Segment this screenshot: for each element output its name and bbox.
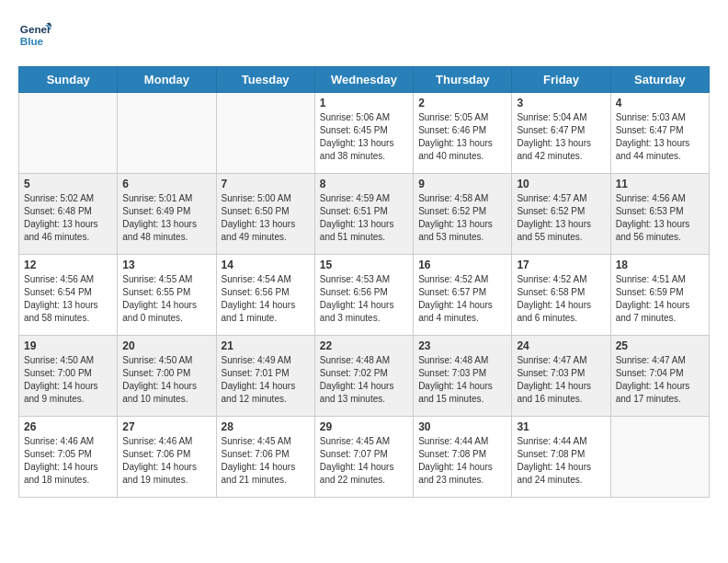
calendar-cell: 28Sunrise: 4:45 AM Sunset: 7:06 PM Dayli… — [216, 417, 314, 498]
calendar-cell: 3Sunrise: 5:04 AM Sunset: 6:47 PM Daylig… — [512, 93, 610, 174]
calendar-cell: 14Sunrise: 4:54 AM Sunset: 6:56 PM Dayli… — [216, 255, 314, 336]
day-number: 15 — [320, 259, 408, 271]
calendar-cell: 8Sunrise: 4:59 AM Sunset: 6:51 PM Daylig… — [314, 174, 413, 255]
day-number: 27 — [122, 420, 210, 433]
day-number: 4 — [616, 97, 704, 109]
day-number: 2 — [418, 97, 506, 109]
day-info: Sunrise: 4:46 AM Sunset: 7:05 PM Dayligh… — [24, 435, 112, 487]
calendar-cell: 24Sunrise: 4:47 AM Sunset: 7:03 PM Dayli… — [512, 336, 610, 417]
svg-text:Blue: Blue — [20, 35, 44, 47]
day-info: Sunrise: 4:47 AM Sunset: 7:04 PM Dayligh… — [616, 354, 704, 406]
day-number: 1 — [320, 97, 408, 109]
calendar-cell: 21Sunrise: 4:49 AM Sunset: 7:01 PM Dayli… — [216, 336, 314, 417]
calendar-cell: 18Sunrise: 4:51 AM Sunset: 6:59 PM Dayli… — [610, 255, 709, 336]
day-number: 11 — [616, 178, 704, 190]
day-info: Sunrise: 4:45 AM Sunset: 7:06 PM Dayligh… — [222, 435, 310, 487]
calendar-cell — [216, 93, 314, 174]
day-info: Sunrise: 4:52 AM Sunset: 6:57 PM Dayligh… — [418, 273, 506, 325]
calendar-cell: 31Sunrise: 4:44 AM Sunset: 7:08 PM Dayli… — [512, 417, 610, 498]
calendar-cell: 2Sunrise: 5:05 AM Sunset: 6:46 PM Daylig… — [414, 93, 512, 174]
calendar-cell: 9Sunrise: 4:58 AM Sunset: 6:52 PM Daylig… — [414, 174, 512, 255]
day-number: 12 — [24, 259, 112, 271]
weekday-header: Friday — [512, 67, 610, 93]
calendar-cell: 1Sunrise: 5:06 AM Sunset: 6:45 PM Daylig… — [314, 93, 413, 174]
calendar-cell: 10Sunrise: 4:57 AM Sunset: 6:52 PM Dayli… — [512, 174, 610, 255]
day-info: Sunrise: 4:46 AM Sunset: 7:06 PM Dayligh… — [122, 435, 210, 487]
calendar-cell — [610, 417, 709, 498]
day-number: 16 — [418, 259, 506, 271]
calendar-cell: 12Sunrise: 4:56 AM Sunset: 6:54 PM Dayli… — [19, 255, 118, 336]
weekday-header: Sunday — [19, 67, 118, 93]
day-info: Sunrise: 4:53 AM Sunset: 6:56 PM Dayligh… — [320, 273, 408, 325]
day-info: Sunrise: 4:51 AM Sunset: 6:59 PM Dayligh… — [616, 273, 704, 325]
calendar-cell: 5Sunrise: 5:02 AM Sunset: 6:48 PM Daylig… — [19, 174, 118, 255]
day-info: Sunrise: 4:58 AM Sunset: 6:52 PM Dayligh… — [418, 192, 506, 244]
day-info: Sunrise: 4:56 AM Sunset: 6:53 PM Dayligh… — [616, 192, 704, 244]
day-info: Sunrise: 4:44 AM Sunset: 7:08 PM Dayligh… — [418, 435, 506, 487]
calendar-cell: 11Sunrise: 4:56 AM Sunset: 6:53 PM Dayli… — [610, 174, 709, 255]
calendar-cell — [19, 93, 118, 174]
day-number: 30 — [418, 420, 506, 433]
calendar-cell: 25Sunrise: 4:47 AM Sunset: 7:04 PM Dayli… — [610, 336, 709, 417]
calendar-week-row: 5Sunrise: 5:02 AM Sunset: 6:48 PM Daylig… — [19, 174, 710, 255]
day-number: 8 — [320, 178, 408, 190]
calendar-cell: 4Sunrise: 5:03 AM Sunset: 6:47 PM Daylig… — [610, 93, 709, 174]
calendar-cell: 20Sunrise: 4:50 AM Sunset: 7:00 PM Dayli… — [118, 336, 216, 417]
logo: General Blue — [18, 18, 57, 52]
day-info: Sunrise: 5:04 AM Sunset: 6:47 PM Dayligh… — [517, 111, 605, 163]
day-info: Sunrise: 4:48 AM Sunset: 7:02 PM Dayligh… — [320, 354, 408, 406]
day-number: 28 — [222, 420, 310, 433]
day-info: Sunrise: 4:45 AM Sunset: 7:07 PM Dayligh… — [320, 435, 408, 487]
calendar-week-row: 12Sunrise: 4:56 AM Sunset: 6:54 PM Dayli… — [19, 255, 710, 336]
day-number: 26 — [24, 420, 112, 433]
calendar-week-row: 26Sunrise: 4:46 AM Sunset: 7:05 PM Dayli… — [19, 417, 710, 498]
day-info: Sunrise: 4:48 AM Sunset: 7:03 PM Dayligh… — [418, 354, 506, 406]
calendar-cell: 26Sunrise: 4:46 AM Sunset: 7:05 PM Dayli… — [19, 417, 118, 498]
day-info: Sunrise: 4:52 AM Sunset: 6:58 PM Dayligh… — [517, 273, 605, 325]
day-info: Sunrise: 4:49 AM Sunset: 7:01 PM Dayligh… — [222, 354, 310, 406]
day-info: Sunrise: 4:50 AM Sunset: 7:00 PM Dayligh… — [122, 354, 210, 406]
day-number: 22 — [320, 339, 408, 352]
day-info: Sunrise: 4:50 AM Sunset: 7:00 PM Dayligh… — [24, 354, 112, 406]
day-info: Sunrise: 5:00 AM Sunset: 6:50 PM Dayligh… — [222, 192, 310, 244]
day-info: Sunrise: 5:03 AM Sunset: 6:47 PM Dayligh… — [616, 111, 704, 163]
day-info: Sunrise: 5:05 AM Sunset: 6:46 PM Dayligh… — [418, 111, 506, 163]
day-number: 14 — [222, 259, 310, 271]
weekday-header-row: SundayMondayTuesdayWednesdayThursdayFrid… — [19, 67, 710, 93]
day-number: 6 — [122, 178, 210, 190]
calendar-cell: 15Sunrise: 4:53 AM Sunset: 6:56 PM Dayli… — [314, 255, 413, 336]
day-number: 20 — [122, 339, 210, 352]
day-number: 21 — [222, 339, 310, 352]
calendar-cell: 17Sunrise: 4:52 AM Sunset: 6:58 PM Dayli… — [512, 255, 610, 336]
day-number: 29 — [320, 420, 408, 433]
weekday-header: Saturday — [610, 67, 709, 93]
day-number: 13 — [122, 259, 210, 271]
calendar-cell: 30Sunrise: 4:44 AM Sunset: 7:08 PM Dayli… — [414, 417, 512, 498]
day-number: 17 — [517, 259, 605, 271]
day-number: 3 — [517, 97, 605, 109]
calendar-cell: 27Sunrise: 4:46 AM Sunset: 7:06 PM Dayli… — [118, 417, 216, 498]
day-info: Sunrise: 5:02 AM Sunset: 6:48 PM Dayligh… — [24, 192, 112, 244]
calendar-table: SundayMondayTuesdayWednesdayThursdayFrid… — [18, 66, 710, 498]
calendar-cell — [118, 93, 216, 174]
day-info: Sunrise: 4:57 AM Sunset: 6:52 PM Dayligh… — [517, 192, 605, 244]
day-info: Sunrise: 4:44 AM Sunset: 7:08 PM Dayligh… — [517, 435, 605, 487]
weekday-header: Thursday — [414, 67, 512, 93]
day-info: Sunrise: 5:06 AM Sunset: 6:45 PM Dayligh… — [320, 111, 408, 163]
calendar-cell: 13Sunrise: 4:55 AM Sunset: 6:55 PM Dayli… — [118, 255, 216, 336]
day-info: Sunrise: 5:01 AM Sunset: 6:49 PM Dayligh… — [122, 192, 210, 244]
day-number: 25 — [616, 339, 704, 352]
calendar-cell: 22Sunrise: 4:48 AM Sunset: 7:02 PM Dayli… — [314, 336, 413, 417]
calendar-cell: 23Sunrise: 4:48 AM Sunset: 7:03 PM Dayli… — [414, 336, 512, 417]
day-number: 24 — [517, 339, 605, 352]
logo-icon: General Blue — [18, 18, 51, 52]
day-number: 31 — [517, 420, 605, 433]
day-number: 18 — [616, 259, 704, 271]
weekday-header: Monday — [118, 67, 216, 93]
calendar-cell: 16Sunrise: 4:52 AM Sunset: 6:57 PM Dayli… — [414, 255, 512, 336]
day-number: 19 — [24, 339, 112, 352]
day-number: 9 — [418, 178, 506, 190]
weekday-header: Wednesday — [314, 67, 413, 93]
calendar-cell: 29Sunrise: 4:45 AM Sunset: 7:07 PM Dayli… — [314, 417, 413, 498]
calendar-cell: 19Sunrise: 4:50 AM Sunset: 7:00 PM Dayli… — [19, 336, 118, 417]
